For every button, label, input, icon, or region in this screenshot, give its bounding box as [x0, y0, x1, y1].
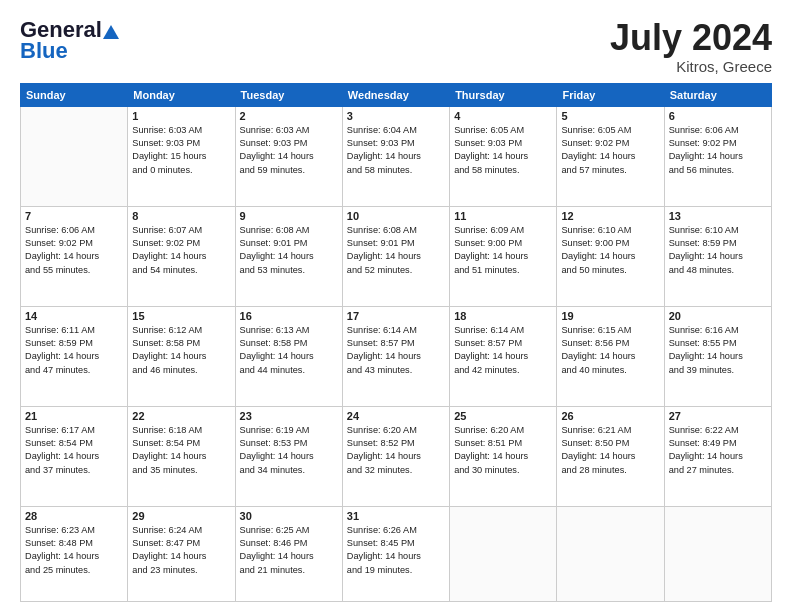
day-info: Sunrise: 6:03 AM Sunset: 9:03 PM Dayligh…	[240, 124, 338, 177]
calendar-cell: 20Sunrise: 6:16 AM Sunset: 8:55 PM Dayli…	[664, 306, 771, 406]
calendar-week-4: 21Sunrise: 6:17 AM Sunset: 8:54 PM Dayli…	[21, 406, 772, 506]
calendar-cell	[664, 506, 771, 601]
calendar-cell: 31Sunrise: 6:26 AM Sunset: 8:45 PM Dayli…	[342, 506, 449, 601]
day-number: 24	[347, 410, 445, 422]
day-info: Sunrise: 6:10 AM Sunset: 8:59 PM Dayligh…	[669, 224, 767, 277]
calendar-cell: 6Sunrise: 6:06 AM Sunset: 9:02 PM Daylig…	[664, 106, 771, 206]
logo-icon	[103, 25, 119, 39]
calendar-cell: 18Sunrise: 6:14 AM Sunset: 8:57 PM Dayli…	[450, 306, 557, 406]
calendar-cell: 16Sunrise: 6:13 AM Sunset: 8:58 PM Dayli…	[235, 306, 342, 406]
day-number: 30	[240, 510, 338, 522]
day-info: Sunrise: 6:18 AM Sunset: 8:54 PM Dayligh…	[132, 424, 230, 477]
calendar-cell	[21, 106, 128, 206]
day-number: 18	[454, 310, 552, 322]
calendar-cell: 13Sunrise: 6:10 AM Sunset: 8:59 PM Dayli…	[664, 206, 771, 306]
day-number: 21	[25, 410, 123, 422]
month-title: July 2024	[610, 18, 772, 58]
calendar-cell: 8Sunrise: 6:07 AM Sunset: 9:02 PM Daylig…	[128, 206, 235, 306]
day-number: 16	[240, 310, 338, 322]
day-info: Sunrise: 6:06 AM Sunset: 9:02 PM Dayligh…	[669, 124, 767, 177]
day-info: Sunrise: 6:08 AM Sunset: 9:01 PM Dayligh…	[347, 224, 445, 277]
location: Kitros, Greece	[610, 58, 772, 75]
calendar-cell: 27Sunrise: 6:22 AM Sunset: 8:49 PM Dayli…	[664, 406, 771, 506]
day-number: 10	[347, 210, 445, 222]
day-number: 6	[669, 110, 767, 122]
day-number: 14	[25, 310, 123, 322]
day-number: 19	[561, 310, 659, 322]
calendar-cell: 4Sunrise: 6:05 AM Sunset: 9:03 PM Daylig…	[450, 106, 557, 206]
day-number: 15	[132, 310, 230, 322]
calendar-cell: 14Sunrise: 6:11 AM Sunset: 8:59 PM Dayli…	[21, 306, 128, 406]
day-number: 25	[454, 410, 552, 422]
header: General Blue July 2024 Kitros, Greece	[20, 18, 772, 75]
calendar-week-5: 28Sunrise: 6:23 AM Sunset: 8:48 PM Dayli…	[21, 506, 772, 601]
day-info: Sunrise: 6:14 AM Sunset: 8:57 PM Dayligh…	[347, 324, 445, 377]
day-info: Sunrise: 6:03 AM Sunset: 9:03 PM Dayligh…	[132, 124, 230, 177]
calendar-cell: 30Sunrise: 6:25 AM Sunset: 8:46 PM Dayli…	[235, 506, 342, 601]
calendar-col-saturday: Saturday	[664, 83, 771, 106]
day-number: 29	[132, 510, 230, 522]
calendar-cell	[450, 506, 557, 601]
day-info: Sunrise: 6:16 AM Sunset: 8:55 PM Dayligh…	[669, 324, 767, 377]
logo: General Blue	[20, 18, 119, 64]
day-number: 26	[561, 410, 659, 422]
calendar-col-friday: Friday	[557, 83, 664, 106]
calendar-cell	[557, 506, 664, 601]
day-number: 12	[561, 210, 659, 222]
calendar-cell: 7Sunrise: 6:06 AM Sunset: 9:02 PM Daylig…	[21, 206, 128, 306]
day-info: Sunrise: 6:04 AM Sunset: 9:03 PM Dayligh…	[347, 124, 445, 177]
calendar-cell: 15Sunrise: 6:12 AM Sunset: 8:58 PM Dayli…	[128, 306, 235, 406]
day-number: 23	[240, 410, 338, 422]
day-number: 22	[132, 410, 230, 422]
day-number: 28	[25, 510, 123, 522]
day-number: 13	[669, 210, 767, 222]
calendar-cell: 12Sunrise: 6:10 AM Sunset: 9:00 PM Dayli…	[557, 206, 664, 306]
day-number: 1	[132, 110, 230, 122]
day-number: 31	[347, 510, 445, 522]
day-info: Sunrise: 6:26 AM Sunset: 8:45 PM Dayligh…	[347, 524, 445, 577]
day-info: Sunrise: 6:20 AM Sunset: 8:52 PM Dayligh…	[347, 424, 445, 477]
day-number: 7	[25, 210, 123, 222]
day-info: Sunrise: 6:09 AM Sunset: 9:00 PM Dayligh…	[454, 224, 552, 277]
logo-blue: Blue	[20, 38, 68, 64]
calendar-col-tuesday: Tuesday	[235, 83, 342, 106]
day-number: 3	[347, 110, 445, 122]
svg-marker-0	[103, 25, 119, 39]
day-number: 20	[669, 310, 767, 322]
calendar-cell: 11Sunrise: 6:09 AM Sunset: 9:00 PM Dayli…	[450, 206, 557, 306]
day-info: Sunrise: 6:10 AM Sunset: 9:00 PM Dayligh…	[561, 224, 659, 277]
day-info: Sunrise: 6:23 AM Sunset: 8:48 PM Dayligh…	[25, 524, 123, 577]
calendar-cell: 3Sunrise: 6:04 AM Sunset: 9:03 PM Daylig…	[342, 106, 449, 206]
day-info: Sunrise: 6:14 AM Sunset: 8:57 PM Dayligh…	[454, 324, 552, 377]
day-info: Sunrise: 6:05 AM Sunset: 9:02 PM Dayligh…	[561, 124, 659, 177]
calendar-cell: 2Sunrise: 6:03 AM Sunset: 9:03 PM Daylig…	[235, 106, 342, 206]
day-number: 17	[347, 310, 445, 322]
day-info: Sunrise: 6:07 AM Sunset: 9:02 PM Dayligh…	[132, 224, 230, 277]
calendar-cell: 23Sunrise: 6:19 AM Sunset: 8:53 PM Dayli…	[235, 406, 342, 506]
calendar-cell: 22Sunrise: 6:18 AM Sunset: 8:54 PM Dayli…	[128, 406, 235, 506]
calendar-week-3: 14Sunrise: 6:11 AM Sunset: 8:59 PM Dayli…	[21, 306, 772, 406]
calendar-cell: 29Sunrise: 6:24 AM Sunset: 8:47 PM Dayli…	[128, 506, 235, 601]
calendar-week-2: 7Sunrise: 6:06 AM Sunset: 9:02 PM Daylig…	[21, 206, 772, 306]
day-number: 4	[454, 110, 552, 122]
day-number: 5	[561, 110, 659, 122]
day-number: 9	[240, 210, 338, 222]
day-info: Sunrise: 6:05 AM Sunset: 9:03 PM Dayligh…	[454, 124, 552, 177]
day-number: 8	[132, 210, 230, 222]
day-info: Sunrise: 6:24 AM Sunset: 8:47 PM Dayligh…	[132, 524, 230, 577]
calendar-cell: 10Sunrise: 6:08 AM Sunset: 9:01 PM Dayli…	[342, 206, 449, 306]
calendar-cell: 24Sunrise: 6:20 AM Sunset: 8:52 PM Dayli…	[342, 406, 449, 506]
calendar-header-row: SundayMondayTuesdayWednesdayThursdayFrid…	[21, 83, 772, 106]
day-info: Sunrise: 6:08 AM Sunset: 9:01 PM Dayligh…	[240, 224, 338, 277]
day-number: 11	[454, 210, 552, 222]
day-info: Sunrise: 6:25 AM Sunset: 8:46 PM Dayligh…	[240, 524, 338, 577]
calendar-cell: 5Sunrise: 6:05 AM Sunset: 9:02 PM Daylig…	[557, 106, 664, 206]
day-info: Sunrise: 6:11 AM Sunset: 8:59 PM Dayligh…	[25, 324, 123, 377]
calendar-cell: 28Sunrise: 6:23 AM Sunset: 8:48 PM Dayli…	[21, 506, 128, 601]
day-number: 27	[669, 410, 767, 422]
day-info: Sunrise: 6:20 AM Sunset: 8:51 PM Dayligh…	[454, 424, 552, 477]
day-info: Sunrise: 6:22 AM Sunset: 8:49 PM Dayligh…	[669, 424, 767, 477]
calendar-col-wednesday: Wednesday	[342, 83, 449, 106]
calendar-cell: 21Sunrise: 6:17 AM Sunset: 8:54 PM Dayli…	[21, 406, 128, 506]
calendar-cell: 25Sunrise: 6:20 AM Sunset: 8:51 PM Dayli…	[450, 406, 557, 506]
